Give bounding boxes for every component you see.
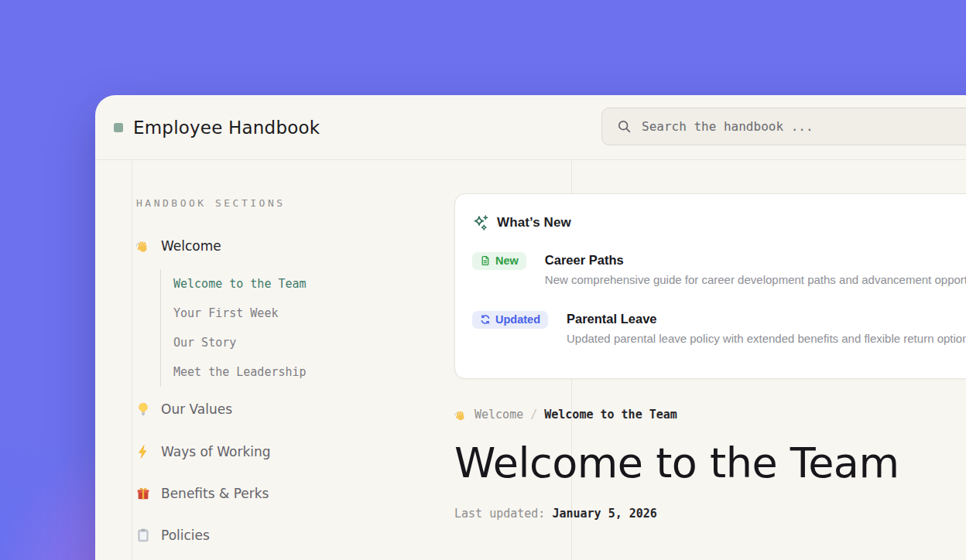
sidebar-item-our-values[interactable]: Our Values [135,401,232,417]
search-input[interactable] [642,119,966,134]
clipboard-icon [135,528,151,543]
sidebar-subitem-meet-the-leadership[interactable]: Meet the Leadership [173,357,307,387]
last-updated: Last updated:January 5, 2026 [454,507,966,521]
brand-logo-icon [114,123,123,132]
main-content: What’s New New Ca [454,160,966,521]
waving-hand-icon [135,238,151,254]
breadcrumb-current-page: Welcome to the Team [544,408,677,422]
entry-description: Updated parental leave policy with exten… [567,332,966,345]
sidebar-subitem-our-story[interactable]: Our Story [173,328,307,357]
entry-title: Career Paths [545,253,966,268]
page-title: Welcome to the Team [454,442,966,486]
sidebar-item-label: Ways of Working [161,444,271,459]
lightbulb-icon [135,401,151,417]
sidebar-item-label: Welcome [161,238,221,254]
list-item[interactable]: Updated Parental Leave Updated parental … [472,311,966,345]
entry-title: Parental Leave [567,312,966,326]
last-updated-label: Last updated: [454,507,545,521]
sidebar-item-label: Our Values [161,401,232,417]
entry-text: Parental Leave Updated parental leave po… [567,311,966,345]
sidebar-item-policies[interactable]: Policies [135,528,210,543]
app-title: Employee Handbook [133,118,320,138]
whats-new-title: What’s New [497,215,571,230]
updated-badge: Updated [472,311,548,329]
sidebar-subitem-welcome-to-the-team[interactable]: Welcome to the Team [173,269,307,299]
new-badge: New [472,252,526,270]
sidebar-item-benefits-perks[interactable]: Benefits & Perks [135,486,269,501]
entry-text: Career Paths New comprehensive guide for… [545,252,966,286]
document-icon [480,255,491,266]
breadcrumb-section[interactable]: Welcome [474,408,523,422]
whats-new-card: What’s New New Ca [454,193,966,379]
sidebar-item-label: Policies [161,528,210,543]
window-body: HANDBOOK SECTIONS [95,160,966,560]
lightning-bolt-icon [135,444,151,459]
waving-hand-icon [454,408,468,422]
search-icon [617,119,632,134]
sidebar-item-ways-of-working[interactable]: Ways of Working [135,444,271,459]
sidebar-sublist-welcome: Welcome to the Team Your First Week Our … [160,269,307,387]
search-box[interactable] [601,108,966,145]
brand: Employee Handbook [114,118,320,138]
refresh-arrows-icon [480,314,491,325]
sidebar-left-rule [132,160,132,560]
sidebar-subitem-your-first-week[interactable]: Your First Week [173,299,307,328]
app-window: Employee Handbook HANDBOOK SECTIONS [95,95,966,560]
gift-box-icon [135,486,151,501]
entry-description: New comprehensive guide for career devel… [545,273,966,286]
window-header: Employee Handbook [95,95,966,160]
whats-new-header: What’s New [472,214,966,231]
badge-label: Updated [495,313,540,326]
sidebar-item-label: Benefits & Perks [161,486,269,501]
last-updated-value: January 5, 2026 [552,507,656,521]
sparkles-icon [472,214,489,231]
breadcrumb: Welcome / Welcome to the Team [454,408,966,422]
sidebar-section-label: HANDBOOK SECTIONS [136,197,286,209]
badge-label: New [495,254,519,267]
sidebar-item-welcome[interactable]: Welcome [135,238,221,254]
list-item[interactable]: New Career Paths New comprehensive guide… [472,252,966,286]
breadcrumb-separator: / [530,408,537,422]
